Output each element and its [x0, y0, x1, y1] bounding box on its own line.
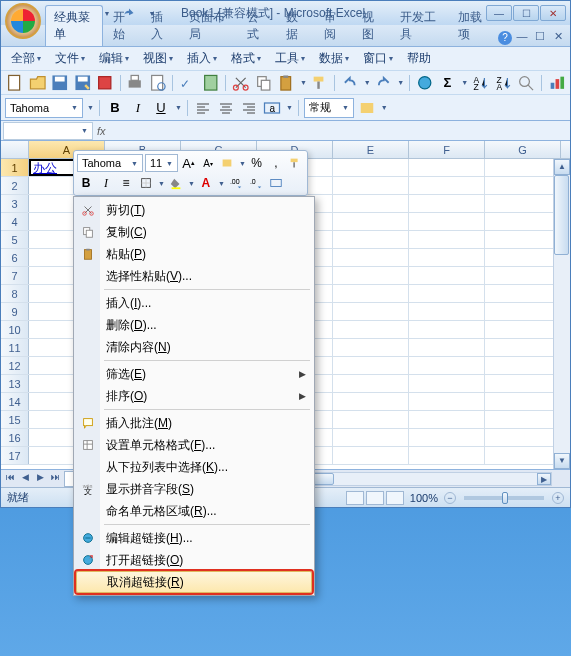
mini-align-center-icon[interactable]: ≡ [117, 174, 135, 192]
cell[interactable] [333, 321, 409, 338]
mini-accounting-icon[interactable] [219, 154, 236, 172]
paste-dropdown-icon[interactable]: ▼ [300, 79, 307, 86]
undo-icon[interactable] [340, 73, 360, 93]
cell[interactable] [485, 285, 561, 302]
row-header[interactable]: 4 [1, 213, 29, 230]
cell[interactable] [409, 339, 485, 356]
cell[interactable] [485, 303, 561, 320]
row-header[interactable]: 11 [1, 339, 29, 356]
redo-dd[interactable]: ▼ [397, 79, 404, 86]
scroll-up-icon[interactable]: ▲ [554, 159, 570, 175]
currency-icon[interactable] [357, 98, 377, 118]
cell[interactable] [485, 249, 561, 266]
row-header[interactable]: 1 [1, 159, 29, 176]
row-header[interactable]: 6 [1, 249, 29, 266]
format-painter-icon[interactable] [310, 73, 330, 93]
cell[interactable] [409, 213, 485, 230]
merge-center-icon[interactable]: a [262, 98, 282, 118]
mini-percent-icon[interactable]: % [248, 154, 265, 172]
col-header-f[interactable]: F [409, 141, 485, 158]
fx-button[interactable]: fx [93, 125, 110, 137]
context-menu-item[interactable]: 复制(C) [76, 221, 312, 243]
underline-button[interactable]: U [151, 98, 171, 118]
sheet-prev-icon[interactable]: ◀ [18, 472, 32, 486]
redo-icon[interactable] [374, 73, 394, 93]
context-menu-item[interactable]: wén文显示拼音字段(S) [76, 478, 312, 500]
col-header-g[interactable]: G [485, 141, 561, 158]
mini-borders-icon[interactable] [137, 174, 155, 192]
tab-home[interactable]: 开始 [105, 6, 141, 46]
zoom-in-icon[interactable]: + [552, 492, 564, 504]
cell[interactable] [333, 375, 409, 392]
paste-icon[interactable] [276, 73, 296, 93]
cell[interactable] [409, 267, 485, 284]
ribbon-minimize-icon[interactable]: — [514, 30, 530, 46]
cell[interactable] [409, 285, 485, 302]
copy-icon[interactable] [254, 73, 274, 93]
cell[interactable] [333, 231, 409, 248]
cell[interactable] [485, 411, 561, 428]
cell[interactable] [409, 411, 485, 428]
sum-icon[interactable]: Σ [438, 73, 458, 93]
cell[interactable] [409, 321, 485, 338]
menu-edit[interactable]: 编辑▾ [93, 48, 135, 69]
menu-format[interactable]: 格式▾ [225, 48, 267, 69]
sheet-next-icon[interactable]: ▶ [33, 472, 47, 486]
row-header[interactable]: 7 [1, 267, 29, 284]
mini-bold-button[interactable]: B [77, 174, 95, 192]
mini-merge-icon[interactable] [267, 174, 285, 192]
cell[interactable] [333, 285, 409, 302]
context-menu-item[interactable]: 设置单元格格式(F)... [76, 434, 312, 456]
align-center-icon[interactable] [216, 98, 236, 118]
cell[interactable] [485, 375, 561, 392]
cell[interactable] [485, 321, 561, 338]
mini-borders-dd[interactable]: ▼ [158, 180, 165, 187]
mini-decrease-decimal-icon[interactable]: .00 [227, 174, 245, 192]
cell[interactable] [409, 303, 485, 320]
close-button[interactable]: ✕ [540, 5, 566, 21]
cell[interactable] [485, 177, 561, 194]
row-header[interactable]: 14 [1, 393, 29, 410]
context-menu-item[interactable]: 剪切(T) [76, 199, 312, 221]
sheet-last-icon[interactable]: ⏭ [48, 472, 62, 486]
view-layout-icon[interactable] [366, 491, 384, 505]
row-header[interactable]: 9 [1, 303, 29, 320]
cell[interactable] [333, 195, 409, 212]
menu-file[interactable]: 文件▾ [49, 48, 91, 69]
cell[interactable] [333, 177, 409, 194]
maximize-button[interactable]: ☐ [513, 5, 539, 21]
mini-comma-icon[interactable]: , [267, 154, 284, 172]
cell[interactable] [485, 213, 561, 230]
bold-button[interactable]: B [105, 98, 125, 118]
cell[interactable] [409, 447, 485, 464]
cell[interactable] [333, 357, 409, 374]
cell[interactable] [485, 429, 561, 446]
ribbon-restore-icon[interactable]: ☐ [532, 30, 548, 46]
mini-grow-font-icon[interactable]: A▴ [180, 154, 197, 172]
tab-view[interactable]: 视图 [354, 6, 390, 46]
find-icon[interactable] [516, 73, 536, 93]
print-preview-icon[interactable] [148, 73, 168, 93]
cell[interactable] [333, 303, 409, 320]
open-icon[interactable] [28, 73, 48, 93]
menu-all[interactable]: 全部▾ [5, 48, 47, 69]
mini-accounting-dd[interactable]: ▼ [239, 160, 246, 167]
cell[interactable] [333, 429, 409, 446]
context-menu-item[interactable]: 清除内容(N) [76, 336, 312, 358]
row-header[interactable]: 8 [1, 285, 29, 302]
cell[interactable] [409, 159, 485, 176]
menu-window[interactable]: 窗口▾ [357, 48, 399, 69]
sort-desc-icon[interactable]: ZA [494, 73, 514, 93]
tab-page-layout[interactable]: 页面布局 [181, 6, 237, 46]
context-menu-item[interactable]: 命名单元格区域(R)... [76, 500, 312, 522]
row-header[interactable]: 17 [1, 447, 29, 464]
mini-shrink-font-icon[interactable]: A▾ [199, 154, 216, 172]
cell[interactable] [485, 231, 561, 248]
cell[interactable] [409, 249, 485, 266]
underline-dd[interactable]: ▼ [175, 104, 182, 111]
menu-help[interactable]: 帮助 [401, 48, 437, 69]
context-menu-item[interactable]: 插入批注(M) [76, 412, 312, 434]
name-box[interactable]: ▼ [3, 122, 93, 140]
row-header[interactable]: 12 [1, 357, 29, 374]
cell[interactable] [409, 429, 485, 446]
